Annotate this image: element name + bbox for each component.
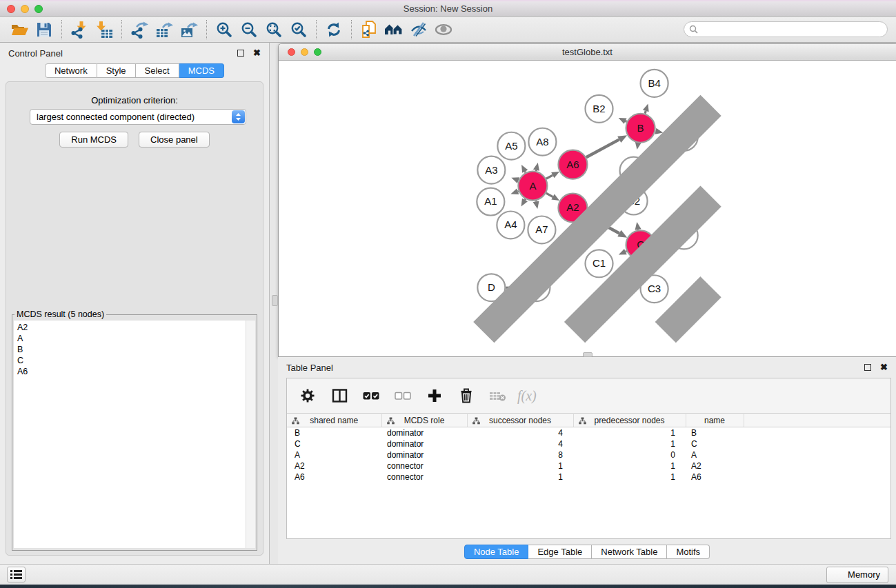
minimize-window-button[interactable] — [21, 5, 29, 13]
zoom-window-button[interactable] — [34, 5, 43, 13]
delete-column-button[interactable] — [454, 383, 479, 408]
zoom-selected-button[interactable] — [286, 19, 311, 41]
network-zoom-button[interactable] — [314, 48, 321, 56]
main-toolbar — [0, 17, 896, 43]
zoom-in-button[interactable] — [212, 19, 237, 41]
close-panel-button[interactable]: Close panel — [139, 132, 210, 148]
table-panel: Table Panel ✖ f(x) — [278, 357, 896, 564]
import-table-button[interactable] — [92, 19, 117, 41]
titlebar: Session: New Session — [0, 0, 896, 17]
attribute-tree-icon — [292, 417, 299, 427]
close-table-panel-icon[interactable]: ✖ — [880, 364, 888, 371]
table-row[interactable]: Adominator80A — [287, 449, 890, 460]
save-session-button[interactable] — [32, 19, 57, 41]
select-all-columns-button[interactable] — [359, 383, 384, 408]
export-image-button[interactable] — [177, 19, 201, 41]
column-header-name[interactable]: name — [686, 414, 744, 427]
zoom-fit-button[interactable] — [261, 19, 286, 41]
mcds-result-box: MCDS result (5 nodes) A2ABCA6 — [12, 310, 257, 551]
resize-grip-icon[interactable] — [277, 60, 895, 355]
hide-eye-icon — [410, 21, 428, 39]
table-row[interactable]: Bdominator41B — [287, 427, 890, 438]
tab-mcds[interactable]: MCDS — [179, 63, 224, 78]
function-builder-button[interactable]: f(x) — [517, 388, 537, 404]
tab-node-table[interactable]: Node Table — [464, 545, 529, 559]
import-network-button[interactable] — [67, 19, 92, 41]
mcds-result-list[interactable]: A2ABCA6 — [14, 321, 246, 548]
export-table-icon — [155, 21, 173, 39]
network-minimize-button[interactable] — [301, 48, 308, 56]
tab-network[interactable]: Network — [45, 63, 97, 78]
run-mcds-button[interactable]: Run MCDS — [59, 132, 128, 148]
column-header-predecessor-nodes[interactable]: predecessor nodes — [573, 414, 686, 427]
search-icon — [689, 25, 698, 34]
tab-network-table[interactable]: Network Table — [592, 545, 667, 559]
plus-icon — [427, 388, 442, 403]
network-close-button[interactable] — [288, 48, 295, 56]
column-header-mcds-role[interactable]: MCDS role — [381, 414, 467, 427]
table-settings-button[interactable] — [295, 383, 320, 408]
hide-selected-button[interactable] — [406, 19, 431, 41]
zoom-in-icon — [215, 21, 233, 39]
show-columns-button[interactable] — [327, 383, 352, 408]
zoom-out-button[interactable] — [237, 19, 261, 41]
export-network-button[interactable] — [127, 19, 152, 41]
network-view-window: testGlobe.txt AA1A2A3A4A5A6A7A8BB1B2B3B4… — [278, 43, 896, 357]
show-all-button[interactable] — [431, 19, 456, 41]
export-table-button[interactable] — [152, 19, 177, 41]
attribute-tree-icon — [387, 417, 395, 427]
memory-status-icon — [835, 571, 843, 579]
save-icon — [36, 21, 52, 38]
create-column-button[interactable] — [422, 383, 447, 408]
search-field[interactable] — [684, 21, 888, 37]
mcds-result-item[interactable]: A — [17, 333, 246, 344]
close-window-button[interactable] — [7, 5, 15, 13]
gear-icon — [300, 388, 315, 403]
control-panel-title: Control Panel — [8, 48, 63, 59]
clone-network-button[interactable] — [357, 19, 381, 41]
toolbar-separator — [206, 20, 207, 39]
column-header-successor-nodes[interactable]: successor nodes — [467, 414, 573, 427]
tab-select[interactable]: Select — [136, 63, 179, 78]
table-row[interactable]: A2connector11A2 — [287, 460, 890, 472]
import-network-icon — [70, 21, 88, 39]
delete-table-button[interactable] — [486, 383, 510, 408]
attribute-tree-icon — [472, 417, 480, 427]
column-header-shared-name[interactable]: shared name — [287, 414, 381, 427]
horizontal-divider-handle[interactable] — [583, 352, 593, 357]
node-table-container: f(x) shared nameMCDS rolesuccessor nodes… — [286, 378, 891, 539]
mcds-result-item[interactable]: C — [17, 355, 246, 366]
float-table-panel-icon[interactable] — [864, 364, 871, 371]
network-window-titlebar[interactable]: testGlobe.txt — [279, 44, 896, 61]
table-row[interactable]: Cdominator41C — [287, 438, 890, 449]
vertical-divider-handle[interactable] — [272, 295, 278, 306]
show-panels-button[interactable] — [7, 567, 26, 582]
optimization-select[interactable]: largest connected component (directed) — [30, 109, 246, 125]
tab-motifs[interactable]: Motifs — [667, 545, 710, 559]
search-input[interactable] — [701, 25, 882, 34]
table-panel-tabs: Node TableEdge TableNetwork TableMotifs — [278, 545, 896, 559]
table-panel-header: Table Panel ✖ — [278, 357, 896, 378]
open-file-button[interactable] — [7, 19, 32, 41]
unselect-all-columns-button[interactable] — [390, 383, 415, 408]
result-scrollbar[interactable] — [246, 321, 255, 548]
refresh-button[interactable] — [321, 19, 346, 41]
mcds-result-item[interactable]: A2 — [17, 322, 246, 333]
memory-button[interactable]: Memory — [826, 567, 888, 583]
tab-style[interactable]: Style — [97, 63, 136, 78]
table-row[interactable]: A6connector11A6 — [287, 472, 890, 483]
mcds-result-item[interactable]: A6 — [17, 366, 246, 377]
float-panel-icon[interactable] — [237, 50, 244, 57]
columns-icon — [332, 388, 348, 403]
mcds-result-item[interactable]: B — [17, 344, 246, 355]
select-all-icon — [363, 392, 379, 401]
control-panel-tabs: NetworkStyleSelectMCDS — [0, 63, 269, 78]
home-button[interactable] — [381, 19, 406, 41]
network-canvas[interactable]: AA1A2A3A4A5A6A7A8BB1B2B3B4CC1C2C3C4DD1 — [279, 61, 896, 356]
close-panel-icon[interactable]: ✖ — [253, 50, 261, 57]
main-area: Control Panel ✖ NetworkStyleSelectMCDS O… — [0, 43, 896, 564]
memory-label: Memory — [848, 569, 880, 580]
tab-edge-table[interactable]: Edge Table — [528, 545, 592, 559]
control-panel-header: Control Panel ✖ — [0, 43, 269, 63]
eye-icon — [434, 22, 453, 37]
